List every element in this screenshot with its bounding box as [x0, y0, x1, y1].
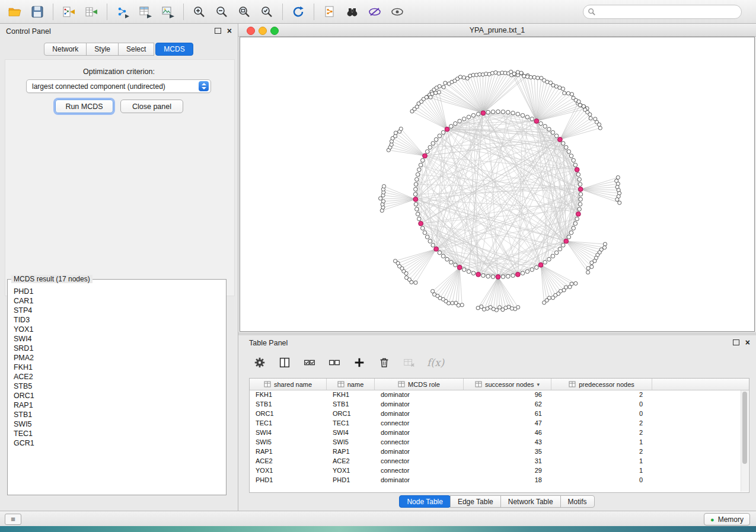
table-row[interactable]: ACE2ACE2connector311: [250, 456, 749, 466]
memory-button[interactable]: ● Memory: [704, 513, 750, 525]
delete-column-button[interactable]: [377, 355, 391, 370]
mcds-result-item[interactable]: STB1: [14, 410, 226, 419]
export-table-button[interactable]: [134, 2, 157, 21]
mcds-result-list[interactable]: PHD1CAR1STP4TID3YOX1SWI4SRD1PMA2FKH1ACE2…: [8, 284, 226, 495]
sort-desc-icon[interactable]: ▾: [537, 382, 540, 387]
close-panel-button[interactable]: Close panel: [120, 100, 183, 113]
network-view-canvas[interactable]: [240, 37, 755, 332]
table-cell: SWI4: [250, 428, 327, 437]
tab-network[interactable]: Network: [44, 43, 87, 56]
tab-select[interactable]: Select: [118, 43, 154, 56]
add-column-button[interactable]: [352, 355, 366, 370]
mcds-result-item[interactable]: YOX1: [14, 325, 226, 334]
column-header-name[interactable]: name: [327, 379, 375, 390]
control-panel-tabs: Network Style Select MCDS: [0, 43, 238, 56]
show-details-button[interactable]: [386, 2, 409, 21]
save-session-button[interactable]: [26, 2, 49, 21]
mcds-result-item[interactable]: SWI4: [14, 334, 226, 344]
zoom-fit-button[interactable]: [233, 2, 256, 21]
refresh-layout-button[interactable]: [287, 2, 310, 21]
mcds-result-item[interactable]: RAP1: [14, 400, 226, 410]
tab-mcds[interactable]: MCDS: [155, 43, 193, 56]
mcds-result-item[interactable]: GCR1: [14, 438, 226, 448]
mcds-result-item[interactable]: ACE2: [14, 372, 226, 382]
mcds-result-item[interactable]: SWI5: [14, 419, 226, 429]
table-row[interactable]: SWI5SWI5connector431: [250, 437, 749, 447]
column-header-filler: [652, 379, 749, 390]
table-cell: SWI5: [250, 437, 327, 447]
table-cell: 0: [551, 399, 652, 409]
node-table: shared namenameMCDS rolesuccessor nodes▾…: [249, 378, 749, 493]
table-row[interactable]: RAP1RAP1dominator352: [250, 447, 749, 456]
mcds-result-title: MCDS result (17 nodes): [11, 275, 92, 283]
network-graph[interactable]: [240, 37, 754, 331]
toolbar-separator: [53, 4, 53, 20]
search-field-wrap: [583, 5, 742, 19]
table-row[interactable]: YOX1YOX1connector291: [250, 466, 749, 475]
show-columns-button[interactable]: [277, 355, 292, 370]
export-image-button[interactable]: [157, 2, 179, 21]
tab-style[interactable]: Style: [86, 43, 119, 56]
table-row[interactable]: STB1STB1dominator620: [250, 399, 749, 409]
table-cell: STB1: [250, 399, 327, 409]
mcds-result-item[interactable]: CAR1: [14, 296, 226, 306]
mcds-result-item[interactable]: STB5: [14, 382, 226, 391]
table-row[interactable]: FKH1FKH1dominator962: [250, 390, 749, 399]
table-scrollbar[interactable]: [741, 390, 748, 492]
search-input[interactable]: [583, 5, 742, 19]
table-row[interactable]: ORC1ORC1dominator610: [250, 409, 749, 418]
tab-motifs[interactable]: Motifs: [560, 495, 595, 508]
close-window-button[interactable]: ×: [227, 27, 232, 34]
table-panel-tabs: Node Table Edge Table Network Table Moti…: [238, 495, 756, 508]
plus-icon: [353, 356, 366, 369]
mcds-result-item[interactable]: PHD1: [14, 287, 226, 296]
import-table-button[interactable]: [80, 2, 103, 21]
float-window-button[interactable]: [215, 28, 221, 34]
run-mcds-button[interactable]: Run MCDS: [55, 100, 113, 113]
select-all-button[interactable]: [302, 355, 317, 370]
mcds-result-item[interactable]: FKH1: [14, 363, 226, 372]
tab-edge-table[interactable]: Edge Table: [450, 495, 501, 508]
table-settings-button[interactable]: [253, 355, 267, 370]
table-cell: connector: [375, 437, 464, 447]
export-image-icon: [161, 5, 175, 19]
tab-network-table[interactable]: Network Table: [500, 495, 561, 508]
table-header-row: shared namenameMCDS rolesuccessor nodes▾…: [250, 379, 749, 390]
table-cell: dominator: [375, 399, 464, 409]
search-network-button[interactable]: [341, 2, 363, 21]
table-row[interactable]: PHD1PHD1dominator180: [250, 475, 749, 485]
mcds-result-item[interactable]: PMA2: [14, 353, 226, 363]
tab-node-table[interactable]: Node Table: [399, 495, 451, 508]
panel-menu-button[interactable]: ≡: [5, 514, 21, 525]
open-file-button[interactable]: [4, 2, 26, 21]
mcds-result-item[interactable]: STP4: [14, 306, 226, 315]
zoom-selected-button[interactable]: [256, 2, 278, 21]
export-network-button[interactable]: [111, 2, 134, 21]
column-header-MCDS-role[interactable]: MCDS role: [375, 379, 464, 390]
zoom-selected-icon: [260, 5, 274, 19]
float-window-button[interactable]: [733, 339, 739, 345]
criterion-dropdown[interactable]: largest connected component (undirected): [26, 79, 211, 93]
column-header-successor-nodes[interactable]: successor nodes▾: [464, 379, 551, 390]
table-row[interactable]: TEC1TEC1connector472: [250, 418, 749, 428]
column-header-predecessor-nodes[interactable]: predecessor nodes: [551, 379, 652, 390]
zoom-out-button[interactable]: [210, 2, 233, 21]
import-network-button[interactable]: [58, 2, 80, 21]
duplicate-network-button[interactable]: [318, 2, 341, 21]
mcds-result-item[interactable]: TID3: [14, 315, 226, 325]
zoom-in-button[interactable]: [188, 2, 210, 21]
dropdown-stepper-icon[interactable]: [199, 81, 209, 91]
close-window-button[interactable]: ×: [745, 339, 750, 346]
trash-icon: [378, 356, 391, 369]
column-header-shared-name[interactable]: shared name: [250, 379, 327, 390]
mcds-result-item[interactable]: TEC1: [14, 429, 226, 438]
mcds-result-item[interactable]: SRD1: [14, 344, 226, 353]
deselect-all-button[interactable]: [327, 355, 342, 370]
scrollbar-thumb[interactable]: [742, 392, 747, 464]
table-cell: 62: [464, 399, 551, 409]
hide-details-button[interactable]: [363, 2, 386, 21]
table-cell: PHD1: [250, 475, 327, 485]
mcds-result-item[interactable]: ORC1: [14, 391, 226, 400]
table-row[interactable]: SWI4SWI4dominator462: [250, 428, 749, 437]
refresh-icon: [291, 5, 305, 19]
